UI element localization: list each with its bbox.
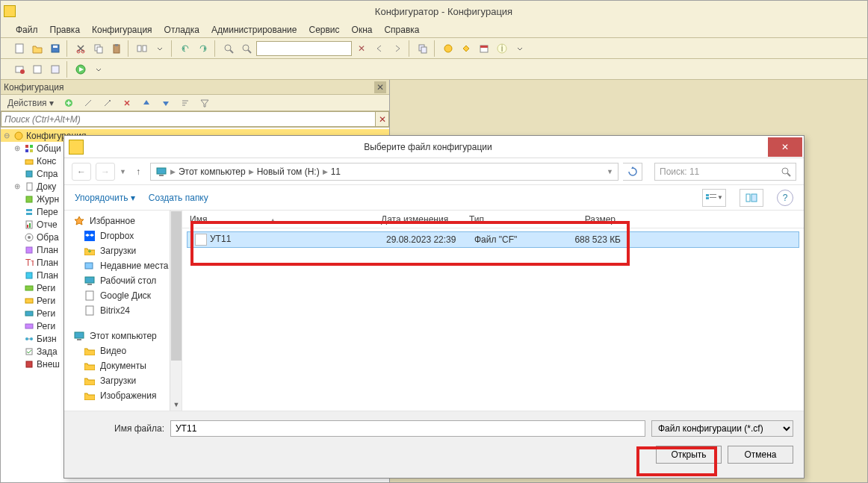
help-button[interactable]: ? [777, 190, 793, 206]
edit-item-button[interactable] [80, 95, 96, 111]
file-type-cell: Файл "CF" [467, 234, 554, 245]
breadcrumb-segment[interactable]: 11 [331, 166, 341, 177]
sidebar-documents[interactable]: Документы [64, 358, 182, 373]
refresh-button[interactable] [623, 163, 642, 181]
sidebar-video[interactable]: Видео [64, 343, 182, 358]
redo-button[interactable] [195, 40, 211, 57]
move-down-button[interactable] [158, 95, 174, 111]
col-date-header[interactable]: Дата изменения [373, 214, 462, 225]
filename-input[interactable] [170, 420, 645, 437]
calcreg-icon [23, 321, 35, 331]
actions-dropdown[interactable]: Действия ▾ [4, 96, 58, 110]
expand-icon[interactable]: ⊕ [13, 144, 22, 152]
organize-dropdown[interactable]: Упорядочить ▾ [75, 193, 135, 203]
scroll-down-icon[interactable]: ▼ [170, 399, 182, 411]
delete-item-button[interactable] [119, 95, 135, 111]
col-size-header[interactable]: Размер [548, 214, 623, 225]
syntax-check-button[interactable] [440, 40, 456, 57]
dropdown-toolbar-icon[interactable] [152, 40, 168, 57]
add-item-button[interactable] [61, 95, 77, 111]
sidebar-desktop[interactable]: Рабочий стол [64, 273, 182, 288]
clear-search-icon[interactable]: ✕ [353, 40, 370, 57]
menu-debug[interactable]: Отладка [160, 23, 204, 37]
zoom-button[interactable] [238, 40, 255, 57]
breadcrumb-sep-icon[interactable]: ▶ [323, 168, 328, 175]
new-folder-button[interactable]: Создать папку [149, 193, 208, 203]
find-button[interactable] [220, 40, 237, 57]
menu-configuration[interactable]: Конфигурация [87, 23, 157, 37]
sidebar-favorites[interactable]: Избранное [64, 214, 182, 228]
nav-up-button[interactable]: ↑ [131, 163, 146, 181]
calendar-button[interactable] [476, 40, 492, 57]
breadcrumb-path[interactable]: ▶ Этот компьютер ▶ Новый том (H:) ▶ 11 ▼ [150, 163, 619, 181]
menu-help[interactable]: Справка [379, 23, 424, 37]
dialog-search-box[interactable]: Поиск: 11 [654, 163, 796, 181]
menu-admin[interactable]: Администрирование [207, 23, 301, 37]
file-row-selected[interactable]: УТ11 29.08.2023 22:39 Файл "CF" 688 523 … [187, 231, 799, 248]
dropdown-icon[interactable] [512, 40, 528, 57]
sidebar-gdisk[interactable]: Google Диск [64, 288, 182, 303]
breadcrumb-sep-icon[interactable]: ▶ [249, 168, 254, 175]
col-type-header[interactable]: Тип [462, 214, 548, 225]
view-mode-button[interactable]: ▼ [702, 189, 726, 207]
next-result-button[interactable] [389, 40, 406, 57]
undo-button[interactable] [177, 40, 193, 57]
dialog-close-button[interactable]: ✕ [768, 137, 802, 157]
expand-icon[interactable]: ⊕ [13, 182, 22, 190]
cut-button[interactable] [72, 40, 89, 57]
scrollbar-thumb[interactable] [171, 211, 182, 361]
sidebar-downloads[interactable]: Загрузки [64, 243, 182, 258]
new-button[interactable] [11, 40, 28, 57]
file-filter-select[interactable]: Файл конфигурации (*.cf) [651, 420, 793, 437]
menu-windows[interactable]: Окна [347, 23, 377, 37]
debug-tool-2[interactable] [29, 61, 46, 78]
compare-button[interactable] [134, 40, 150, 57]
dialog-sidebar: Избранное Dropbox Загрузки Недавние мест… [64, 211, 182, 411]
breadcrumb-segment[interactable]: Этот компьютер [179, 166, 246, 177]
menubar[interactable]: Файл Правка Конфигурация Отладка Админис… [1, 22, 867, 38]
run-dropdown-icon[interactable] [90, 61, 107, 78]
nav-history-dropdown[interactable]: ▼ [120, 168, 126, 175]
nav-back-button[interactable]: ← [72, 163, 91, 181]
open-button[interactable]: Открыть [656, 446, 722, 464]
col-name-header[interactable]: Имя ▲ [182, 214, 373, 225]
sidebar-images[interactable]: Изображения [64, 388, 182, 403]
sidebar-bitrix[interactable]: Bitrix24 [64, 303, 182, 318]
breadcrumb-sep-icon[interactable]: ▶ [170, 168, 176, 175]
menu-file[interactable]: Файл [11, 23, 43, 37]
menu-edit[interactable]: Правка [46, 23, 85, 37]
open-button[interactable] [29, 40, 46, 57]
wand-button[interactable] [99, 95, 116, 111]
toolbar-search-input[interactable] [256, 41, 352, 56]
preview-pane-button[interactable] [740, 189, 763, 207]
copy-button[interactable] [90, 40, 107, 57]
sort-button[interactable] [177, 95, 193, 111]
debug-tool-3[interactable] [47, 61, 63, 78]
nav-forward-button[interactable]: → [96, 163, 115, 181]
paste-button[interactable] [108, 40, 125, 57]
clear-config-search-button[interactable]: ✕ [376, 111, 389, 127]
info-button[interactable]: i [494, 40, 510, 57]
save-button[interactable] [47, 40, 63, 57]
collapse-icon[interactable]: ⊖ [2, 131, 11, 140]
sidebar-recent[interactable]: Недавние места [64, 258, 182, 273]
config-search-input[interactable] [1, 111, 376, 127]
breadcrumb-segment[interactable]: Новый том (H:) [257, 166, 320, 177]
run-button[interactable] [72, 61, 89, 78]
path-dropdown-icon[interactable]: ▼ [607, 168, 613, 175]
breakpoint-button[interactable] [11, 61, 28, 78]
sidebar-scrollbar[interactable]: ▼ [170, 211, 182, 411]
menu-service[interactable]: Сервис [304, 23, 344, 37]
svg-rect-62 [710, 194, 716, 195]
prev-result-button[interactable] [371, 40, 388, 57]
syntax-toggle-button[interactable] [458, 40, 474, 57]
close-panel-button[interactable]: ✕ [374, 81, 386, 93]
sidebar-computer[interactable]: Этот компьютер [64, 328, 182, 343]
sidebar-dropbox[interactable]: Dropbox [64, 228, 182, 243]
duplicate-button[interactable] [415, 40, 431, 57]
titlebar: Конфигуратор - Конфигурация [1, 1, 867, 22]
filter-button[interactable] [196, 95, 213, 111]
sidebar-downloads2[interactable]: Загрузки [64, 373, 182, 388]
move-up-button[interactable] [138, 95, 155, 111]
cancel-button[interactable]: Отмена [728, 446, 793, 464]
